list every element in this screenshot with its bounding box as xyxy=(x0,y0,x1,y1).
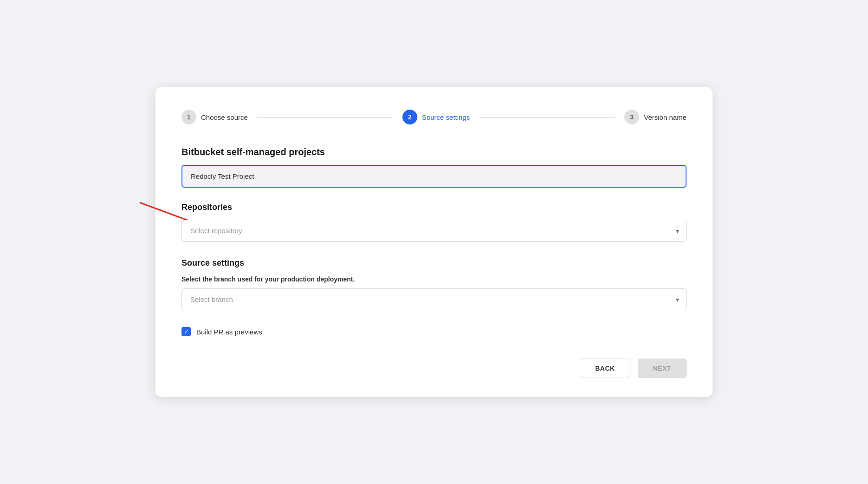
step-2-circle: 2 xyxy=(402,110,417,124)
repositories-title: Repositories xyxy=(181,203,687,212)
branch-select[interactable]: Select branch xyxy=(181,288,687,310)
checkbox-label: Build PR as previews xyxy=(196,328,262,336)
branch-description: Select the branch used for your producti… xyxy=(181,275,687,283)
step-2: 2 Source settings xyxy=(402,110,470,124)
repository-select[interactable]: Select repository xyxy=(181,220,687,242)
next-button[interactable]: NEXT xyxy=(638,359,687,378)
step-line-2 xyxy=(479,117,615,118)
source-settings-title: Source settings xyxy=(181,258,687,268)
step-line-1 xyxy=(257,117,393,118)
step-3: 3 Version name xyxy=(624,110,687,124)
checkbox-row: ✓ Build PR as previews xyxy=(181,327,687,336)
modal-container: 1 Choose source 2 Source settings 3 Vers… xyxy=(155,87,713,397)
checkmark-icon: ✓ xyxy=(184,329,189,335)
repositories-section: Repositories Select repository ▾ xyxy=(181,203,687,242)
selected-project-item[interactable]: Redocly Test Project xyxy=(181,165,687,188)
projects-section-title: Bitbucket self-managed projects xyxy=(181,147,687,157)
back-button[interactable]: BACK xyxy=(580,359,630,378)
step-3-label: Version name xyxy=(644,113,687,121)
step-2-label: Source settings xyxy=(422,113,470,121)
branch-select-wrapper: Select branch ▾ xyxy=(181,288,687,310)
source-settings-section: Source settings Select the branch used f… xyxy=(181,258,687,310)
step-1-label: Choose source xyxy=(201,113,248,121)
build-pr-checkbox[interactable]: ✓ xyxy=(181,327,191,336)
step-3-circle: 3 xyxy=(624,110,639,124)
footer: BACK NEXT xyxy=(181,359,687,378)
step-1: 1 Choose source xyxy=(181,110,248,124)
stepper: 1 Choose source 2 Source settings 3 Vers… xyxy=(181,110,687,124)
repository-select-wrapper: Select repository ▾ xyxy=(181,220,687,242)
projects-section: Bitbucket self-managed projects Redocly … xyxy=(181,147,687,203)
step-1-circle: 1 xyxy=(181,110,196,124)
content-area: Bitbucket self-managed projects Redocly … xyxy=(181,147,687,336)
